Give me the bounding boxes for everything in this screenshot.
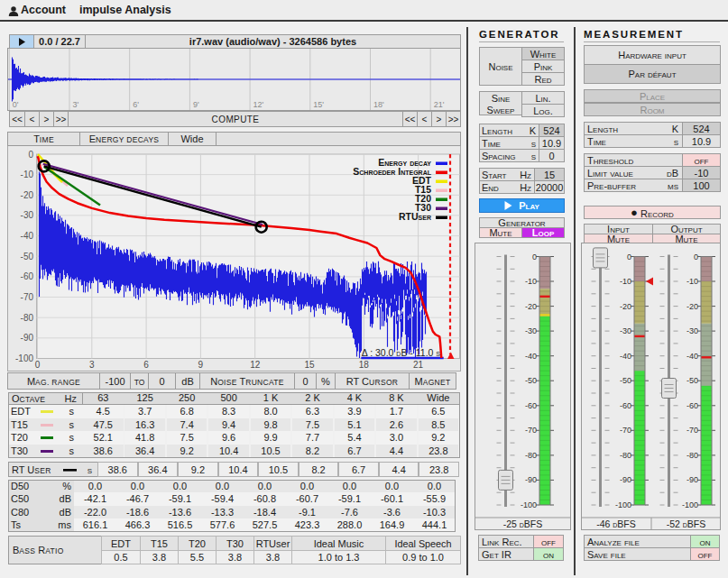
svg-text:-70: -70 bbox=[21, 292, 34, 302]
svg-text:6: 6 bbox=[143, 360, 149, 370]
svg-text:-25 dBFS: -25 dBFS bbox=[503, 518, 543, 529]
svg-text:-20: -20 bbox=[687, 302, 698, 311]
svg-text:21: 21 bbox=[413, 360, 424, 370]
svg-text:Δ : 30.0 dB - 11.0 s: Δ : 30.0 dB - 11.0 s bbox=[362, 347, 441, 358]
svg-text:-20: -20 bbox=[21, 190, 34, 200]
svg-text:0: 0 bbox=[35, 360, 41, 370]
svg-text:0': 0' bbox=[13, 100, 19, 109]
svg-text:-50: -50 bbox=[687, 376, 698, 385]
svg-text:18: 18 bbox=[359, 360, 370, 370]
svg-text:6': 6' bbox=[133, 100, 139, 109]
svg-text:9': 9' bbox=[193, 100, 199, 109]
svg-text:-70: -70 bbox=[620, 426, 631, 435]
svg-text:3': 3' bbox=[73, 100, 79, 109]
svg-text:-90: -90 bbox=[21, 333, 34, 343]
svg-text:-50: -50 bbox=[620, 376, 631, 385]
svg-text:-90: -90 bbox=[620, 475, 631, 484]
svg-text:-30: -30 bbox=[687, 326, 698, 335]
svg-text:-90: -90 bbox=[687, 475, 698, 484]
svg-text:-70: -70 bbox=[525, 426, 537, 435]
svg-text:-46 dBFS: -46 dBFS bbox=[596, 518, 636, 529]
svg-text:-80: -80 bbox=[687, 451, 698, 460]
svg-text:-30: -30 bbox=[525, 326, 537, 335]
svg-text:-80: -80 bbox=[525, 451, 537, 460]
svg-text:-100: -100 bbox=[15, 353, 33, 363]
svg-text:-10: -10 bbox=[525, 277, 537, 286]
svg-text:-60: -60 bbox=[620, 401, 631, 410]
svg-text:-10: -10 bbox=[620, 277, 631, 286]
svg-text:21': 21' bbox=[434, 100, 445, 109]
svg-text:-50: -50 bbox=[525, 376, 537, 385]
svg-text:-20: -20 bbox=[620, 302, 631, 311]
svg-text:-60: -60 bbox=[525, 401, 537, 410]
svg-text:-100: -100 bbox=[682, 500, 698, 509]
svg-text:-60: -60 bbox=[687, 401, 698, 410]
svg-text:0: 0 bbox=[28, 150, 33, 160]
svg-text:15': 15' bbox=[313, 100, 324, 109]
svg-text:-20: -20 bbox=[525, 302, 537, 311]
svg-text:3: 3 bbox=[89, 360, 95, 370]
svg-text:12: 12 bbox=[250, 360, 261, 370]
svg-text:-80: -80 bbox=[620, 451, 631, 460]
svg-text:-70: -70 bbox=[687, 426, 698, 435]
svg-text:-60: -60 bbox=[21, 271, 34, 281]
svg-text:-10: -10 bbox=[21, 170, 34, 179]
svg-text:-100: -100 bbox=[521, 500, 537, 509]
svg-text:-40: -40 bbox=[21, 231, 34, 241]
svg-text:-40: -40 bbox=[525, 352, 537, 361]
svg-text:18': 18' bbox=[373, 100, 384, 109]
svg-text:-10: -10 bbox=[687, 277, 698, 286]
svg-text:-80: -80 bbox=[21, 313, 34, 323]
svg-text:-30: -30 bbox=[620, 326, 631, 335]
svg-text:-40: -40 bbox=[620, 352, 631, 361]
svg-text:15: 15 bbox=[304, 360, 315, 370]
svg-text:-100: -100 bbox=[615, 500, 631, 509]
svg-text:RTUser: RTUser bbox=[399, 211, 431, 222]
svg-text:-40: -40 bbox=[687, 352, 698, 361]
svg-text:-52 dBFS: -52 dBFS bbox=[667, 518, 706, 529]
svg-text:-50: -50 bbox=[21, 252, 34, 261]
svg-text:9: 9 bbox=[198, 360, 204, 370]
svg-text:-90: -90 bbox=[525, 475, 537, 484]
svg-text:12': 12' bbox=[253, 100, 264, 109]
svg-text:-30: -30 bbox=[21, 210, 34, 220]
